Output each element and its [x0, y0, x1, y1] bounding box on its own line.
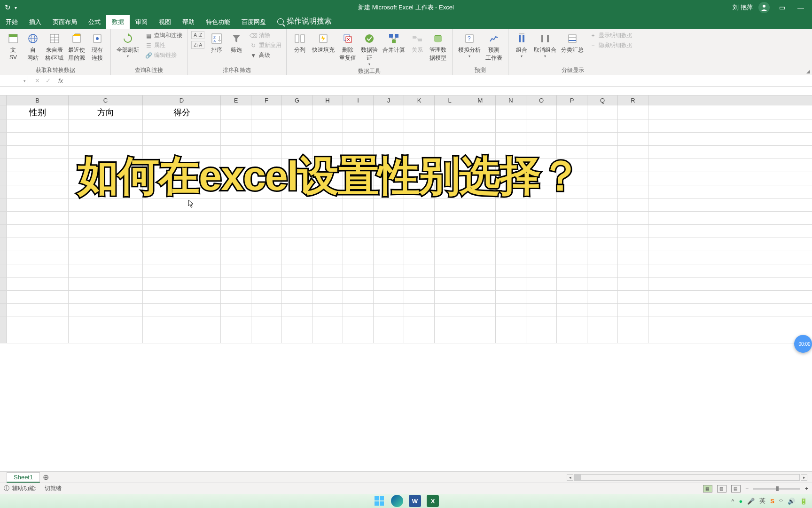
- data-validation-button[interactable]: 数据验 证 ▾: [359, 31, 380, 67]
- cell[interactable]: [7, 212, 69, 224]
- cell[interactable]: [587, 317, 618, 330]
- cell[interactable]: [435, 238, 465, 251]
- column-header[interactable]: I: [343, 95, 374, 105]
- cell[interactable]: [374, 264, 404, 277]
- cell[interactable]: [7, 185, 69, 198]
- cell[interactable]: [526, 225, 557, 238]
- cell[interactable]: [465, 291, 496, 303]
- cell[interactable]: [221, 317, 251, 330]
- add-sheet-button[interactable]: ⊕: [40, 473, 51, 482]
- cell[interactable]: [312, 238, 343, 251]
- cell[interactable]: [435, 330, 465, 343]
- cell[interactable]: [557, 291, 587, 303]
- cell[interactable]: [496, 238, 526, 251]
- cell[interactable]: [587, 119, 618, 132]
- cell[interactable]: [404, 133, 435, 145]
- cell[interactable]: [496, 264, 526, 277]
- cell[interactable]: [618, 146, 648, 159]
- cell[interactable]: [404, 225, 435, 238]
- zoom-slider[interactable]: [753, 488, 800, 490]
- cell[interactable]: [618, 291, 648, 303]
- row-header[interactable]: [0, 251, 7, 264]
- cell[interactable]: [69, 330, 143, 343]
- cell[interactable]: [618, 212, 648, 224]
- cell[interactable]: [404, 304, 435, 317]
- page-layout-button[interactable]: ▥: [717, 485, 726, 492]
- row-header[interactable]: [0, 225, 7, 238]
- cell[interactable]: [496, 330, 526, 343]
- cell[interactable]: [312, 264, 343, 277]
- tab-view[interactable]: 视图: [153, 15, 177, 29]
- cell[interactable]: [404, 238, 435, 251]
- cell[interactable]: [312, 291, 343, 303]
- cell[interactable]: [282, 238, 312, 251]
- cell[interactable]: [435, 212, 465, 224]
- cell[interactable]: [465, 251, 496, 264]
- cell[interactable]: [435, 317, 465, 330]
- row-header[interactable]: [0, 185, 7, 198]
- cell[interactable]: [618, 133, 648, 145]
- cell[interactable]: [69, 291, 143, 303]
- row-header[interactable]: [0, 304, 7, 317]
- cell[interactable]: [618, 105, 648, 119]
- cell[interactable]: [251, 119, 282, 132]
- cell[interactable]: [282, 133, 312, 145]
- cell[interactable]: [143, 133, 221, 145]
- cell[interactable]: [312, 251, 343, 264]
- cell[interactable]: [587, 304, 618, 317]
- cell[interactable]: [465, 225, 496, 238]
- cell[interactable]: [282, 119, 312, 132]
- cell[interactable]: [343, 317, 374, 330]
- cell[interactable]: [526, 291, 557, 303]
- cell[interactable]: [557, 133, 587, 145]
- queries-connections-button[interactable]: ▦查询和连接: [144, 31, 183, 40]
- cell[interactable]: [282, 330, 312, 343]
- minimize-icon[interactable]: —: [794, 4, 807, 11]
- text-to-columns-button[interactable]: 分列: [290, 31, 309, 55]
- column-header[interactable]: J: [374, 95, 404, 105]
- cell[interactable]: [526, 264, 557, 277]
- cell[interactable]: [7, 119, 69, 132]
- row-header[interactable]: [0, 317, 7, 330]
- column-header[interactable]: B: [7, 95, 69, 105]
- cell[interactable]: [557, 330, 587, 343]
- cell[interactable]: [7, 238, 69, 251]
- cell[interactable]: [404, 119, 435, 132]
- cell[interactable]: [435, 264, 465, 277]
- ime-icon[interactable]: 英: [759, 497, 765, 505]
- cell[interactable]: [435, 251, 465, 264]
- refresh-all-button[interactable]: 全部刷新 ▾: [115, 31, 141, 59]
- cell[interactable]: [312, 304, 343, 317]
- page-break-button[interactable]: ▤: [731, 485, 741, 492]
- cell[interactable]: [435, 105, 465, 119]
- cell[interactable]: [282, 264, 312, 277]
- cell[interactable]: [7, 291, 69, 303]
- cell[interactable]: [221, 238, 251, 251]
- zoom-in-button[interactable]: +: [805, 485, 808, 492]
- cell[interactable]: [343, 133, 374, 145]
- cell[interactable]: [465, 133, 496, 145]
- cell[interactable]: [7, 146, 69, 159]
- user-avatar-icon[interactable]: [758, 2, 770, 13]
- cell[interactable]: [312, 105, 343, 119]
- cell[interactable]: [282, 304, 312, 317]
- cell[interactable]: [374, 304, 404, 317]
- cell[interactable]: [7, 251, 69, 264]
- cell[interactable]: [557, 251, 587, 264]
- cell[interactable]: [557, 264, 587, 277]
- horizontal-scrollbar[interactable]: ◂ ▸: [567, 474, 807, 481]
- cell[interactable]: [404, 291, 435, 303]
- cell[interactable]: [7, 317, 69, 330]
- cell[interactable]: [7, 225, 69, 238]
- cell[interactable]: [7, 133, 69, 145]
- flash-fill-button[interactable]: 快速填充: [310, 31, 336, 55]
- battery-icon[interactable]: 🔋: [800, 498, 807, 505]
- cell[interactable]: [7, 264, 69, 277]
- cell[interactable]: [374, 278, 404, 290]
- ribbon-options-icon[interactable]: ▭: [775, 4, 789, 11]
- column-header[interactable]: R: [618, 95, 648, 105]
- tab-baidu[interactable]: 百度网盘: [236, 15, 272, 29]
- tell-me-search[interactable]: 操作说明搜索: [272, 14, 337, 29]
- cell[interactable]: [526, 133, 557, 145]
- cell[interactable]: [496, 105, 526, 119]
